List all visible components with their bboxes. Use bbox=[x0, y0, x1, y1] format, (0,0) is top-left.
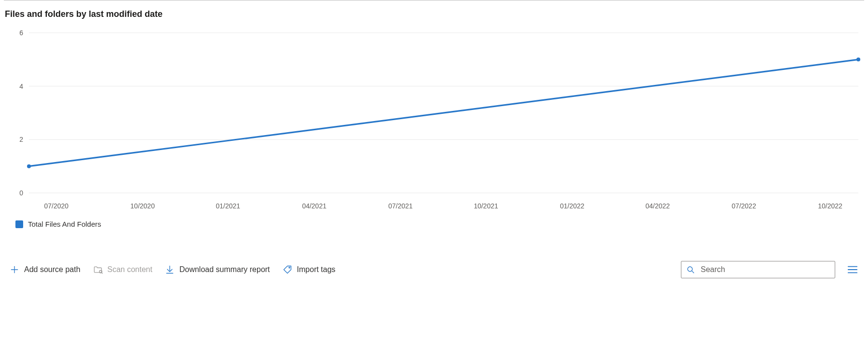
x-tick-label: 04/2022 bbox=[645, 202, 670, 210]
scan-content-button[interactable]: Scan content bbox=[92, 263, 153, 276]
svg-point-10 bbox=[289, 267, 290, 268]
search-input[interactable] bbox=[700, 265, 830, 274]
legend-series-label: Total Files And Folders bbox=[28, 220, 101, 228]
x-tick-label: 07/2021 bbox=[388, 202, 413, 210]
import-tags-button[interactable]: Import tags bbox=[282, 263, 337, 276]
chart: 024607/202010/202001/202104/202107/20211… bbox=[5, 30, 863, 213]
x-tick-label: 07/2020 bbox=[44, 202, 68, 210]
add-source-path-label: Add source path bbox=[24, 265, 81, 274]
x-tick-label: 10/2020 bbox=[130, 202, 155, 210]
x-tick-label: 04/2021 bbox=[302, 202, 326, 210]
download-summary-report-button[interactable]: Download summary report bbox=[164, 263, 271, 276]
section-title: Files and folders by last modified date bbox=[5, 9, 868, 19]
series-point bbox=[856, 57, 860, 61]
y-tick-label: 6 bbox=[19, 30, 23, 37]
toolbar: Add source path Scan content Download su… bbox=[0, 256, 868, 282]
x-tick-label: 07/2022 bbox=[732, 202, 756, 210]
y-tick-label: 2 bbox=[19, 136, 23, 143]
y-tick-label: 4 bbox=[19, 82, 23, 90]
x-tick-label: 01/2021 bbox=[216, 202, 240, 210]
download-icon bbox=[165, 265, 175, 274]
tag-icon bbox=[283, 265, 292, 274]
search-box[interactable] bbox=[681, 261, 835, 278]
scan-content-label: Scan content bbox=[108, 265, 152, 274]
download-summary-report-label: Download summary report bbox=[179, 265, 270, 274]
y-tick-label: 0 bbox=[19, 189, 23, 197]
plus-icon bbox=[10, 265, 19, 274]
svg-line-12 bbox=[692, 271, 694, 273]
series-line bbox=[29, 59, 858, 166]
x-tick-label: 10/2022 bbox=[818, 202, 842, 210]
x-tick-label: 10/2021 bbox=[474, 202, 498, 210]
import-tags-label: Import tags bbox=[297, 265, 336, 274]
series-point bbox=[27, 164, 31, 168]
chart-legend: Total Files And Folders bbox=[15, 220, 868, 228]
x-tick-label: 01/2022 bbox=[560, 202, 584, 210]
folder-search-icon bbox=[93, 265, 103, 274]
more-options-button[interactable] bbox=[846, 263, 859, 276]
legend-swatch-icon bbox=[15, 220, 23, 228]
svg-line-7 bbox=[101, 273, 102, 273]
add-source-path-button[interactable]: Add source path bbox=[9, 263, 81, 276]
search-icon bbox=[686, 265, 695, 274]
